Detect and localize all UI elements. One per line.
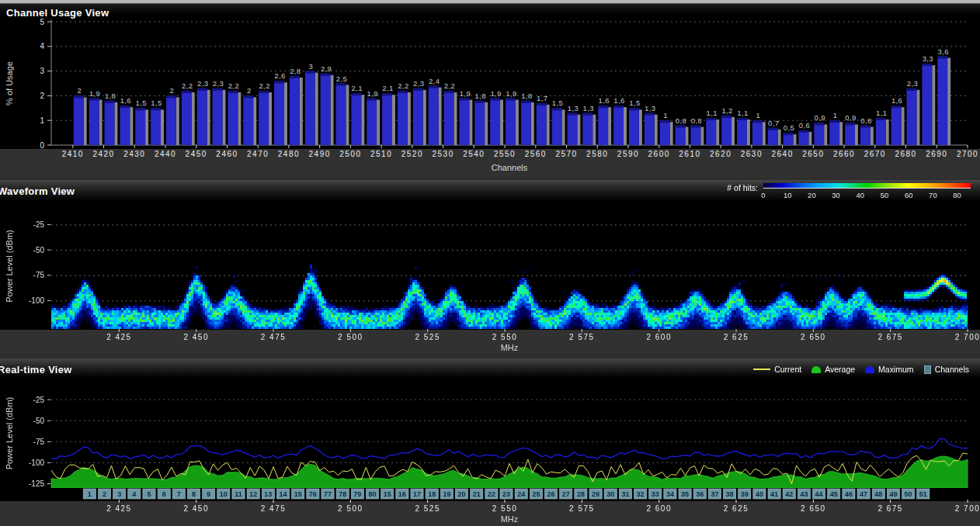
svg-text:2660: 2660: [833, 150, 855, 158]
svg-text:2540: 2540: [463, 150, 485, 158]
realtime-legend: Current Average Maximum Channels: [753, 365, 969, 374]
svg-text:2690: 2690: [926, 150, 947, 158]
svg-text:1,8: 1,8: [475, 92, 486, 100]
svg-text:2460: 2460: [216, 150, 238, 158]
svg-text:0,9: 0,9: [845, 113, 856, 122]
svg-text:0,5: 0,5: [784, 123, 794, 132]
svg-text:-25: -25: [33, 220, 45, 229]
svg-text:80: 80: [368, 490, 376, 498]
hits-tick-label: 10: [778, 191, 797, 199]
svg-text:2,4: 2,4: [429, 77, 440, 85]
svg-text:0,8: 0,8: [860, 116, 871, 125]
svg-text:6: 6: [162, 490, 166, 498]
svg-text:0,7: 0,7: [768, 119, 779, 127]
svg-text:2,3: 2,3: [907, 79, 918, 88]
realtime-panel: Real-time View Current Average Maximum C…: [0, 358, 980, 526]
svg-text:2 525: 2 525: [415, 333, 440, 341]
svg-text:31: 31: [621, 490, 629, 498]
svg-text:2 625: 2 625: [724, 333, 749, 341]
svg-text:35: 35: [681, 490, 689, 498]
svg-text:2 650: 2 650: [801, 504, 826, 513]
svg-text:1,5: 1,5: [151, 99, 162, 107]
svg-text:78: 78: [339, 490, 346, 498]
svg-text:0,8: 0,8: [676, 116, 686, 125]
realtime-chart: -25-50-75-100-12512345678910111213141576…: [0, 358, 980, 526]
svg-text:1,3: 1,3: [645, 104, 655, 112]
svg-text:2 575: 2 575: [569, 333, 595, 341]
svg-text:2 475: 2 475: [261, 504, 287, 513]
svg-text:2 450: 2 450: [183, 504, 209, 513]
hits-tick-label: 60: [899, 191, 918, 199]
svg-text:2510: 2510: [370, 150, 392, 158]
svg-text:2: 2: [77, 86, 82, 95]
svg-text:2630: 2630: [741, 150, 763, 158]
svg-text:51: 51: [919, 490, 927, 498]
svg-text:2: 2: [170, 86, 175, 95]
svg-text:2450: 2450: [186, 150, 207, 158]
svg-text:2,1: 2,1: [382, 84, 393, 92]
svg-text:Power Level (dBm): Power Level (dBm): [5, 230, 14, 303]
svg-text:2420: 2420: [92, 150, 114, 158]
svg-text:20: 20: [457, 490, 465, 498]
svg-text:29: 29: [592, 490, 599, 498]
svg-text:2570: 2570: [555, 150, 577, 158]
svg-text:42: 42: [785, 490, 793, 498]
svg-text:41: 41: [770, 490, 778, 498]
hits-color-scale-wrap: 01020304050607080: [763, 183, 971, 203]
svg-text:0,6: 0,6: [799, 121, 810, 130]
svg-text:-75: -75: [33, 438, 45, 446]
svg-text:-100: -100: [29, 296, 44, 305]
svg-text:MHz: MHz: [501, 514, 519, 524]
svg-text:2440: 2440: [155, 150, 176, 158]
svg-text:5: 5: [40, 18, 44, 26]
channel-usage-chart: 01234521,91,81,61,51,522,22,32,32,222,22…: [0, 4, 980, 178]
svg-text:1,9: 1,9: [367, 89, 377, 98]
svg-text:2,1: 2,1: [352, 84, 363, 92]
svg-text:4: 4: [40, 42, 44, 50]
svg-text:1,9: 1,9: [89, 89, 100, 98]
svg-text:45: 45: [830, 490, 838, 498]
svg-text:1,9: 1,9: [490, 89, 501, 98]
svg-text:2640: 2640: [771, 150, 793, 158]
legend-item-maximum: Maximum: [865, 365, 914, 374]
svg-text:23: 23: [502, 490, 510, 498]
legend-average-label: Average: [825, 365, 855, 374]
svg-text:MHz: MHz: [501, 343, 519, 352]
waveform-axes: -25-50-75-1002 4252 4502 4752 5002 5252 …: [0, 180, 980, 354]
svg-text:9: 9: [207, 490, 210, 498]
hits-color-scale: [763, 183, 971, 189]
svg-text:2,9: 2,9: [321, 64, 332, 73]
svg-text:4: 4: [132, 490, 136, 498]
svg-text:% of Usage: % of Usage: [5, 61, 14, 106]
svg-text:1,8: 1,8: [521, 92, 532, 100]
channel-usage-panel: Channel Usage View 01234521,91,81,61,51,…: [0, 4, 980, 178]
svg-text:2 525: 2 525: [415, 504, 440, 513]
svg-text:2,2: 2,2: [182, 81, 193, 90]
svg-text:2610: 2610: [679, 150, 700, 158]
svg-text:2: 2: [247, 86, 252, 95]
svg-text:10: 10: [220, 490, 228, 498]
svg-text:48: 48: [874, 490, 882, 498]
svg-text:18: 18: [428, 490, 436, 498]
svg-text:1,9: 1,9: [506, 89, 516, 98]
svg-text:2 575: 2 575: [569, 504, 595, 513]
svg-text:2410: 2410: [62, 150, 84, 158]
svg-text:32: 32: [636, 490, 644, 498]
channel-boxes: 1234567891011121314157677787980151617181…: [83, 489, 930, 499]
svg-text:1: 1: [40, 116, 44, 125]
svg-text:2430: 2430: [123, 150, 145, 158]
svg-text:49: 49: [889, 490, 897, 498]
svg-text:2 700: 2 700: [955, 333, 980, 341]
svg-text:0: 0: [40, 141, 44, 150]
svg-text:11: 11: [235, 490, 242, 498]
svg-text:47: 47: [860, 490, 867, 498]
svg-text:2,6: 2,6: [274, 71, 285, 80]
svg-text:2670: 2670: [864, 150, 886, 158]
legend-item-average: Average: [811, 365, 855, 374]
maximum-hump-icon: [865, 366, 874, 373]
svg-text:2,3: 2,3: [413, 79, 424, 88]
hits-tick-label: 80: [948, 191, 967, 199]
svg-text:1: 1: [833, 111, 838, 119]
svg-text:2: 2: [40, 92, 44, 100]
svg-text:2,2: 2,2: [228, 81, 239, 90]
